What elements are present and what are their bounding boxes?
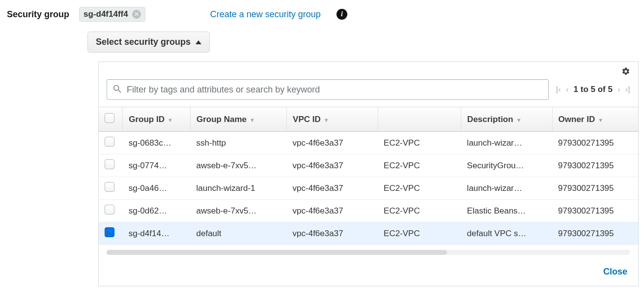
cell-vpc-id: vpc-4f6e3a37 bbox=[287, 177, 378, 200]
header-group-id[interactable]: Group ID▼ bbox=[123, 107, 191, 132]
header-checkbox-cell[interactable] bbox=[99, 107, 123, 132]
header-group-name[interactable]: Group Name▼ bbox=[191, 107, 287, 132]
chevron-up-icon bbox=[196, 40, 201, 44]
select-security-groups-dropdown[interactable]: Select security groups bbox=[87, 31, 210, 53]
table-row[interactable]: sg-0d62…awseb-e-7xv5…vpc-4f6e3a37EC2-VPC… bbox=[99, 200, 638, 222]
table-row[interactable]: sg-0683c…ssh-httpvpc-4f6e3a37EC2-VPClaun… bbox=[99, 132, 638, 154]
sort-caret-icon: ▼ bbox=[250, 117, 255, 123]
remove-tag-icon[interactable]: ✕ bbox=[132, 10, 141, 19]
selected-sg-tag[interactable]: sg-d4f14ff4 ✕ bbox=[79, 7, 145, 22]
cell-owner: 979300271395 bbox=[552, 177, 638, 200]
info-icon[interactable]: i bbox=[336, 9, 347, 20]
cell-group-id: sg-0774… bbox=[123, 154, 191, 177]
header-description[interactable]: Description▼ bbox=[461, 107, 552, 132]
cell-ec2: EC2-VPC bbox=[378, 177, 461, 200]
cell-group-name: default bbox=[191, 222, 287, 245]
sort-caret-icon: ▼ bbox=[598, 117, 603, 123]
cell-ec2: EC2-VPC bbox=[378, 200, 461, 222]
search-icon bbox=[112, 84, 123, 96]
create-security-group-link[interactable]: Create a new security group bbox=[210, 9, 321, 20]
search-box[interactable] bbox=[107, 79, 549, 100]
cell-vpc-id: vpc-4f6e3a37 bbox=[287, 222, 378, 245]
security-groups-table: Group ID▼ Group Name▼ VPC ID▼ Descriptio… bbox=[99, 107, 638, 245]
cell-owner: 979300271395 bbox=[552, 154, 638, 177]
cell-group-id: sg-0a46… bbox=[123, 177, 191, 200]
cell-group-name: awseb-e-7xv5… bbox=[191, 200, 287, 222]
cell-vpc-id: vpc-4f6e3a37 bbox=[287, 154, 378, 177]
cell-group-id: sg-0d62… bbox=[123, 200, 191, 222]
cell-owner: 979300271395 bbox=[552, 200, 638, 222]
row-checkbox[interactable] bbox=[105, 182, 114, 192]
selected-sg-tag-text: sg-d4f14ff4 bbox=[84, 9, 128, 19]
cell-vpc-id: vpc-4f6e3a37 bbox=[287, 132, 378, 154]
cell-owner: 979300271395 bbox=[552, 222, 638, 245]
page-last-icon[interactable]: ›| bbox=[625, 85, 630, 94]
table-row[interactable]: sg-0a46…launch-wizard-1vpc-4f6e3a37EC2-V… bbox=[99, 177, 638, 200]
cell-description: Elastic Beans… bbox=[461, 200, 552, 222]
security-groups-panel: |‹ ‹ 1 to 5 of 5 › ›| Group ID▼ Group Na… bbox=[98, 61, 639, 286]
search-input[interactable] bbox=[127, 85, 543, 95]
cell-group-name: launch-wizard-1 bbox=[191, 177, 287, 200]
page-first-icon[interactable]: |‹ bbox=[556, 85, 560, 94]
header-vpc-id[interactable]: VPC ID▼ bbox=[287, 107, 378, 132]
page-prev-icon[interactable]: ‹ bbox=[566, 85, 569, 94]
pager-text: 1 to 5 of 5 bbox=[574, 85, 613, 94]
table-row[interactable]: sg-0774…awseb-e-7xv5…vpc-4f6e3a37EC2-VPC… bbox=[99, 154, 638, 177]
cell-description: SecurityGrou… bbox=[461, 154, 552, 177]
page-next-icon[interactable]: › bbox=[617, 85, 620, 94]
row-checkbox[interactable] bbox=[105, 137, 114, 147]
cell-vpc-id: vpc-4f6e3a37 bbox=[287, 200, 378, 222]
header-checkbox[interactable] bbox=[105, 113, 114, 123]
cell-group-id: sg-0683c… bbox=[123, 132, 191, 154]
row-checkbox[interactable] bbox=[105, 227, 114, 237]
close-button[interactable]: Close bbox=[603, 267, 627, 277]
row-checkbox[interactable] bbox=[105, 205, 114, 214]
cell-description: default VPC s… bbox=[461, 222, 552, 245]
dropdown-label: Select security groups bbox=[96, 37, 191, 47]
scrollbar-thumb[interactable] bbox=[107, 250, 447, 255]
cell-ec2: EC2-VPC bbox=[378, 154, 461, 177]
cell-ec2: EC2-VPC bbox=[378, 132, 461, 154]
cell-owner: 979300271395 bbox=[552, 132, 638, 154]
cell-ec2: EC2-VPC bbox=[378, 222, 461, 245]
table-row[interactable]: sg-d4f14…defaultvpc-4f6e3a37EC2-VPCdefau… bbox=[99, 222, 638, 245]
sort-caret-icon: ▼ bbox=[168, 117, 173, 123]
cell-group-id: sg-d4f14… bbox=[123, 222, 191, 245]
pager: |‹ ‹ 1 to 5 of 5 › ›| bbox=[556, 85, 630, 94]
horizontal-scrollbar[interactable] bbox=[107, 250, 630, 255]
cell-group-name: ssh-http bbox=[191, 132, 287, 154]
header-owner[interactable]: Owner ID▼ bbox=[552, 107, 638, 132]
cell-description: launch-wizar… bbox=[461, 177, 552, 200]
sort-caret-icon: ▼ bbox=[324, 117, 329, 123]
cell-description: launch-wizar… bbox=[461, 132, 552, 154]
row-checkbox[interactable] bbox=[105, 159, 114, 169]
header-ec2[interactable] bbox=[378, 107, 461, 132]
field-label: Security group bbox=[7, 9, 69, 20]
gear-icon[interactable] bbox=[621, 67, 630, 77]
sort-caret-icon: ▼ bbox=[516, 117, 522, 123]
cell-group-name: awseb-e-7xv5… bbox=[191, 154, 287, 177]
